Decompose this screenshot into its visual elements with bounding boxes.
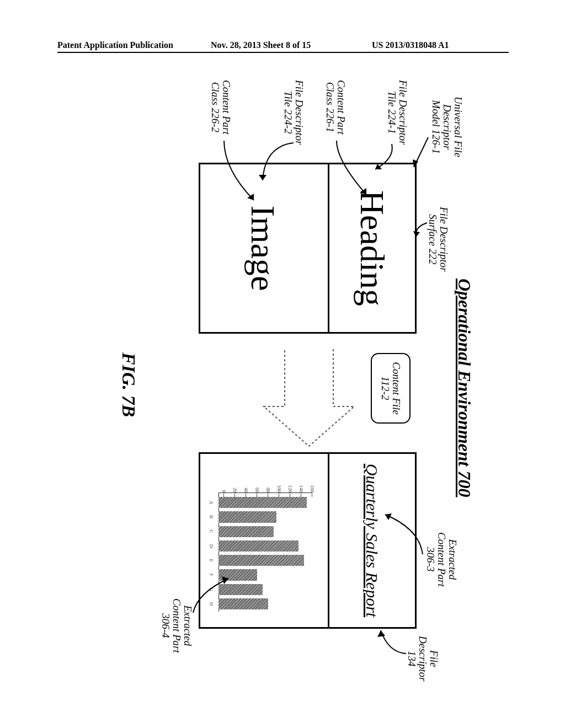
chart-y-tick: 100 [276,484,282,493]
figure-label: FIG. 7B [118,352,139,417]
chart-y-tick: 120 [287,484,293,493]
arrow-ufdm [408,135,430,174]
callout-fdt1: File Descriptor Tile 224-1 [386,80,408,145]
header-right: US 2013/0318048 A1 [372,40,449,50]
chart-bar [218,511,276,522]
chart-bar [218,526,274,537]
chart-y-axis [218,493,312,493]
chart-y-tick: 40 [243,484,249,493]
arrow-fdt1 [370,142,397,175]
callout-ecp3: Extracted Content Part 306-3 [425,532,458,587]
svg-marker-3 [375,164,382,169]
callout-fds: File Descriptor Surface 222 [427,207,449,272]
arrow-cpc2 [220,138,258,205]
diagram-title: Operational Environment 700 [454,279,475,497]
tile-image-label: Image [244,206,283,291]
svg-marker-9 [222,576,228,584]
header-rule [57,52,509,53]
svg-marker-5 [259,175,266,180]
svg-marker-8 [377,630,385,637]
header-left: Patent Application Publication [57,40,173,50]
callout-fd134: File Descriptor 134 [406,636,439,681]
callout-cpc1: Content Part Class 226-1 [324,80,347,135]
chart-x-tick: E [209,555,214,566]
chart-bar [218,497,307,508]
chart-x-tick: C [209,526,214,537]
chart-y-tick: 80 [265,484,271,493]
tile-heading-label: Heading [353,190,392,306]
content-file-box: Content File 112-2 [371,353,411,424]
arrow-fdt2 [258,141,297,185]
callout-fdt2: File Descriptor Tile 224-2 [282,80,305,145]
chart-x-tick: D [209,540,214,552]
arrow-fd134 [375,626,408,659]
svg-marker-2 [413,231,420,237]
chart-bar [218,540,299,552]
chart-y-tick: 60 [254,484,260,493]
tile-image: Image [199,164,328,332]
arrow-cpc1 [331,138,370,199]
transform-arrow-icon [259,346,359,451]
chart-y-tick: 140 [299,484,304,493]
page: Patent Application Publication Nov. 28, … [0,0,565,728]
figure-panel: Operational Environment 700 Heading Imag… [77,80,475,687]
arrow-fds [413,221,429,243]
header-middle: Nov. 28, 2013 Sheet 8 of 15 [211,40,311,50]
instance-title-text: Quarterly Sales Report [363,464,382,617]
chart-y-tick: 20 [232,484,238,493]
chart-y-tick: 0 [221,484,227,493]
chart-x-tick: A [209,497,214,508]
chart-bar [218,555,304,566]
callout-cpc2: Content Part Class 226-2 [210,80,232,135]
content-file-label: Content File 112-2 [380,354,402,422]
chart-x-tick: B [209,511,214,522]
arrow-ecp3 [381,510,425,560]
svg-marker-4 [360,188,366,195]
chart-y-tick: 160 [310,484,315,493]
diagram-canvas: Operational Environment 700 Heading Imag… [77,80,475,687]
callout-ufdm: Universal File Descriptor Model 126-1 [430,97,463,157]
arrow-ecp4 [189,574,233,618]
